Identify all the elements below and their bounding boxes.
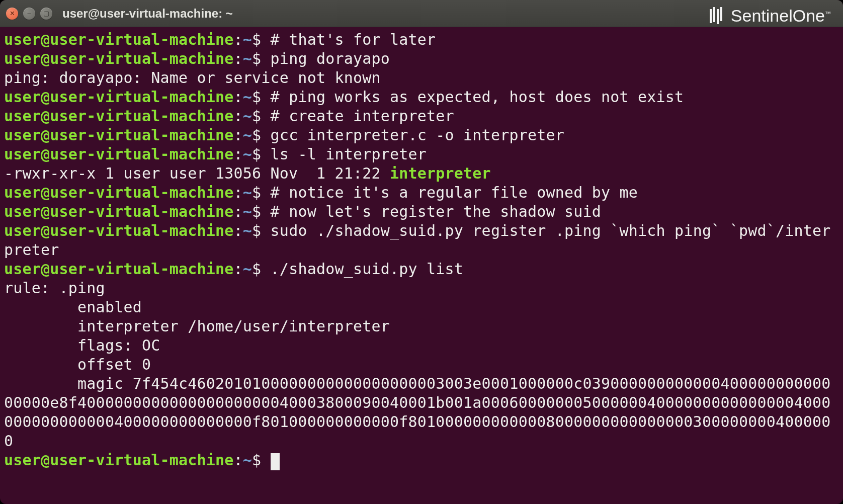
prompt-sep: : <box>234 184 243 201</box>
terminal-command: gcc interpreter.c -o interpreter <box>271 126 564 144</box>
terminal-line: user@user-virtual-machine:~$ # notice it… <box>4 183 839 202</box>
terminal-line: user@user-virtual-machine:~$ # create in… <box>4 107 839 126</box>
svg-rect-0 <box>710 9 712 23</box>
prompt-sigil: $ <box>252 222 271 239</box>
prompt-sigil: $ <box>252 184 271 201</box>
terminal-line: user@user-virtual-machine:~$ gcc interpr… <box>4 126 839 145</box>
prompt-sep: : <box>234 88 243 106</box>
prompt-sigil: $ <box>252 31 271 48</box>
terminal-window: ✕ – ▢ user@user-virtual-machine: ~ Senti… <box>0 0 843 504</box>
prompt-user-host: user@user-virtual-machine <box>4 107 234 125</box>
terminal-output: ping: dorayapo: Name or service not know… <box>4 68 839 88</box>
minimize-button[interactable]: – <box>23 8 35 20</box>
prompt-user-host: user@user-virtual-machine <box>4 50 234 67</box>
prompt-path: ~ <box>243 145 252 163</box>
prompt-path: ~ <box>243 184 252 201</box>
prompt-user-host: user@user-virtual-machine <box>4 88 234 106</box>
prompt-path: ~ <box>243 203 252 220</box>
terminal-line: user@user-virtual-machine:~$ <box>4 451 839 470</box>
prompt-sep: : <box>234 451 243 469</box>
sentinelone-icon <box>708 7 726 25</box>
prompt-path: ~ <box>243 107 252 125</box>
prompt-path: ~ <box>243 126 252 144</box>
prompt-user-host: user@user-virtual-machine <box>4 203 234 220</box>
prompt-sep: : <box>234 126 243 144</box>
terminal-line: user@user-virtual-machine:~$ ./shadow_su… <box>4 260 839 279</box>
maximize-button[interactable]: ▢ <box>40 8 52 20</box>
terminal-output: offset 0 <box>4 355 839 374</box>
prompt-sep: : <box>234 222 243 239</box>
terminal-command: # now let's register the shadow suid <box>271 203 601 220</box>
terminal-output: interpreter /home/user/interpreter <box>4 317 839 336</box>
terminal-output: -rwxr-xr-x 1 user user 13056 Nov 1 21:22… <box>4 164 839 183</box>
prompt-sigil: $ <box>252 50 271 67</box>
terminal-body[interactable]: user@user-virtual-machine:~$ # that's fo… <box>0 27 843 473</box>
watermark-text: SentinelOne™ <box>731 6 831 26</box>
prompt-path: ~ <box>243 451 252 469</box>
terminal-command: # ping works as expected, host does not … <box>271 88 684 106</box>
prompt-path: ~ <box>243 50 252 67</box>
terminal-line: user@user-virtual-machine:~$ # now let's… <box>4 202 839 221</box>
svg-rect-1 <box>713 7 715 22</box>
prompt-sigil: $ <box>252 145 271 163</box>
terminal-output: enabled <box>4 298 839 317</box>
terminal-line: user@user-virtual-machine:~$ sudo ./shad… <box>4 221 839 260</box>
prompt-sigil: $ <box>252 88 271 106</box>
prompt-user-host: user@user-virtual-machine <box>4 145 234 163</box>
terminal-line: user@user-virtual-machine:~$ ping doraya… <box>4 49 839 68</box>
ls-filename: interpreter <box>390 164 491 182</box>
terminal-command: ./shadow_suid.py list <box>271 260 464 278</box>
close-button[interactable]: ✕ <box>6 8 18 20</box>
prompt-user-host: user@user-virtual-machine <box>4 126 234 144</box>
terminal-command: # notice it's a regular file owned by me <box>271 184 638 201</box>
prompt-path: ~ <box>243 260 252 278</box>
prompt-path: ~ <box>243 222 252 239</box>
prompt-path: ~ <box>243 88 252 106</box>
terminal-output: flags: OC <box>4 336 839 355</box>
terminal-command: ping dorayapo <box>271 50 390 67</box>
prompt-sigil: $ <box>252 451 271 469</box>
cursor <box>271 453 280 470</box>
terminal-line: user@user-virtual-machine:~$ # ping work… <box>4 88 839 107</box>
svg-rect-2 <box>717 9 719 24</box>
terminal-output: rule: .ping <box>4 279 839 298</box>
svg-rect-3 <box>720 7 722 21</box>
terminal-command: # create interpreter <box>271 107 454 125</box>
window-buttons: ✕ – ▢ <box>6 8 52 20</box>
watermark-logo: SentinelOne™ <box>708 6 831 26</box>
prompt-path: ~ <box>243 31 252 48</box>
prompt-sigil: $ <box>252 107 271 125</box>
prompt-user-host: user@user-virtual-machine <box>4 31 234 48</box>
window-title: user@user-virtual-machine: ~ <box>62 7 233 21</box>
prompt-sep: : <box>234 203 243 220</box>
prompt-user-host: user@user-virtual-machine <box>4 222 234 239</box>
terminal-command: # that's for later <box>271 31 436 48</box>
prompt-sigil: $ <box>252 203 271 220</box>
prompt-sep: : <box>234 31 243 48</box>
terminal-line: user@user-virtual-machine:~$ # that's fo… <box>4 30 839 49</box>
prompt-sep: : <box>234 260 243 278</box>
prompt-user-host: user@user-virtual-machine <box>4 451 234 469</box>
prompt-sep: : <box>234 145 243 163</box>
prompt-sigil: $ <box>252 260 271 278</box>
terminal-command: ls -l interpreter <box>271 145 427 163</box>
terminal-output: magic 7f454c4602010100000000000000000003… <box>4 374 839 451</box>
prompt-user-host: user@user-virtual-machine <box>4 260 234 278</box>
prompt-user-host: user@user-virtual-machine <box>4 184 234 201</box>
prompt-sep: : <box>234 107 243 125</box>
prompt-sigil: $ <box>252 126 271 144</box>
terminal-line: user@user-virtual-machine:~$ ls -l inter… <box>4 145 839 164</box>
prompt-sep: : <box>234 50 243 67</box>
